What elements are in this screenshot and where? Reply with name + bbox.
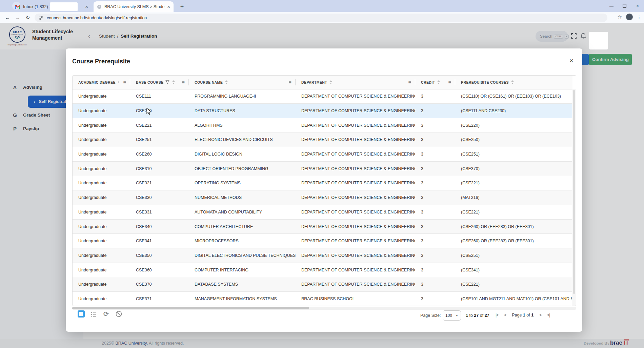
table-vertical-scrollbar[interactable] [572,89,576,306]
column-header-base-course[interactable]: BASE COURSE ≡ [130,76,189,89]
course-prerequisite-modal: Course Prerequisite × ACADEMIC DEGREE ≡ [66,48,582,332]
chevron-down-icon: ▼ [456,314,458,317]
site-settings-icon[interactable] [39,16,43,20]
column-menu-icon[interactable]: ≡ [408,80,411,85]
cell-department: DEPARTMENT OF COMPUTER SCIENCE & ENGINEE… [296,248,415,263]
row-range-text: 1 to 27 of 27 [466,313,489,318]
table-row[interactable]: Undergraduate CSE221 ALGORITHMS DEPARTME… [73,118,572,132]
grid-tool-icons: ⟳ [77,310,122,318]
cell-base-course: CSE331 [130,205,189,220]
table-row[interactable]: Undergraduate CSE321 OPERATING SYSTEMS D… [73,176,572,190]
column-menu-icon[interactable]: ≡ [288,80,291,85]
cell-course-name: NUMERICAL METHODS [189,190,296,205]
cell-academic-degree: Undergraduate [73,132,130,147]
column-header-course-name[interactable]: COURSE NAME ≡ [189,76,296,89]
cell-academic-degree: Undergraduate [73,104,130,118]
cell-course-name: DATA STRUCTURES [189,104,296,118]
column-label: CREDIT [421,80,435,84]
minimize-button[interactable]: — [609,4,614,8]
cell-credit: 3 [415,248,455,263]
table-row[interactable]: Undergraduate CSE371 MANAGEMENT INFORMAT… [73,292,572,306]
censored-box [50,2,78,11]
sort-icon[interactable] [329,80,333,84]
cell-credit: 3 [415,292,455,306]
table-row[interactable]: Undergraduate CSE330 NUMERICAL METHODS D… [73,190,572,205]
browser-toolbar: ← → ↻ connect.bracu.ac.bd/student/advisi… [0,12,644,23]
cell-prerequisite: (CSE370) [455,161,572,176]
close-tab-icon[interactable]: × [167,4,170,9]
cell-department: DEPARTMENT OF COMPUTER SCIENCE & ENGINEE… [296,104,415,118]
table-row[interactable]: Undergraduate CSE251 ELECTRONIC DEVICES … [73,132,572,147]
table-header-row: ACADEMIC DEGREE ≡ BASE COURSE ≡ COURSE N… [73,76,572,89]
filter-icon[interactable] [165,80,170,84]
bookmark-star-icon[interactable]: ☆ [618,14,622,20]
column-header-department[interactable]: DEPARTMENT ≡ [296,76,415,89]
column-menu-icon[interactable]: ≡ [182,80,185,85]
columns-panel-icon[interactable] [77,310,85,318]
tab-slms[interactable]: BRAC University SLMS > Studen × [94,1,174,12]
table-row[interactable]: Undergraduate CSE260 DIGITAL LOGIC DESIG… [73,147,572,162]
cell-academic-degree: Undergraduate [73,277,130,292]
cell-prerequisite: (CSE221) [455,205,572,220]
browser-chrome: ▾ Inbox (1,832) - × BRAC University SLMS… [0,0,644,23]
column-label: PREREQUISITE COURSES [461,80,509,84]
sort-icon[interactable] [118,80,119,84]
cell-base-course: CSE310 [130,161,189,176]
modal-close-icon[interactable]: × [569,57,573,65]
first-page-button[interactable]: |< [496,313,498,318]
close-tab-icon[interactable]: × [85,4,88,9]
cell-credit: 3 [415,219,455,234]
column-menu-icon[interactable]: ≡ [123,80,126,85]
cell-academic-degree: Undergraduate [73,161,130,176]
cell-course-name: OPERATING SYSTEMS [189,176,296,190]
forward-button[interactable]: → [14,14,22,22]
column-header-academic-degree[interactable]: ACADEMIC DEGREE ≡ [73,76,130,89]
column-menu-icon[interactable]: ≡ [448,80,451,85]
table-row[interactable]: Undergraduate CSE331 AUTOMATA AND COMPUT… [73,205,572,220]
table-row[interactable]: Undergraduate CSE360 COMPUTER INTERFACIN… [73,263,572,277]
cell-prerequisite: (CSE260) OR (EEE283) OR (EEE301) [455,219,572,234]
cell-credit: 3 [415,104,455,118]
cell-course-name: ELECTRONIC DEVICES AND CIRCUITS [189,132,296,147]
table-row[interactable]: Undergraduate CSE341 MICROPROCESSORS DEP… [73,234,572,248]
cell-course-name: DIGITAL ELECTRONICS AND PULSE TECHNIQUES [189,248,296,263]
cell-course-name: COMPUTER INTERFACING [189,263,296,277]
clear-filter-icon[interactable] [115,310,122,318]
last-page-button[interactable]: >| [547,313,550,318]
table-row[interactable]: Undergraduate CSE370 DATABASE SYSTEMS DE… [73,277,572,292]
back-button[interactable]: ← [3,14,12,22]
reload-button[interactable]: ↻ [24,14,32,22]
maximize-button[interactable] [623,4,626,8]
cell-credit: 3 [415,118,455,132]
sort-icon[interactable] [172,80,175,84]
cell-department: DEPARTMENT OF COMPUTER SCIENCE & ENGINEE… [296,89,415,104]
browser-menu-icon[interactable]: ⋮ [637,15,641,20]
close-window-button[interactable]: × [635,4,640,8]
sort-icon[interactable] [437,80,440,84]
cell-credit: 3 [415,147,455,162]
sort-icon[interactable] [225,80,228,84]
column-header-credit[interactable]: CREDIT ≡ [415,76,455,89]
new-tab-button[interactable]: + [178,3,186,12]
refresh-icon[interactable]: ⟳ [102,310,110,318]
cell-base-course: CSE350 [130,248,189,263]
table-row[interactable]: Undergraduate CSE111 PROGRAMMING LANGUAG… [73,89,572,104]
column-header-prerequisite-courses[interactable]: PREREQUISITE COURSES [455,76,572,89]
table-row[interactable]: Undergraduate CSE310 OBJECT ORIENTED PRO… [73,161,572,176]
sort-icon[interactable] [511,80,514,84]
page-size-select[interactable]: 100 ▼ [443,310,461,321]
cell-department: DEPARTMENT OF COMPUTER SCIENCE & ENGINEE… [296,234,415,248]
next-page-button[interactable]: > [539,313,541,318]
prev-page-button[interactable]: < [504,313,506,318]
table-horizontal-scrollbar[interactable] [72,307,576,310]
browser-profile-avatar[interactable] [626,14,633,20]
scrollbar-thumb[interactable] [72,307,309,309]
cell-academic-degree: Undergraduate [73,176,130,190]
table-row[interactable]: Undergraduate CSE350 DIGITAL ELECTRONICS… [73,248,572,263]
checklist-filter-icon[interactable] [90,310,97,318]
scrollbar-thumb[interactable] [573,90,575,294]
address-bar[interactable]: connect.bracu.ac.bd/student/advising/sel… [35,14,607,22]
tab-gmail[interactable]: Inbox (1,832) - × [12,1,92,12]
table-row[interactable]: Undergraduate CSE340 COMPUTER ARCHITECTU… [73,219,572,234]
cell-course-name: DATABASE SYSTEMS [189,277,296,292]
